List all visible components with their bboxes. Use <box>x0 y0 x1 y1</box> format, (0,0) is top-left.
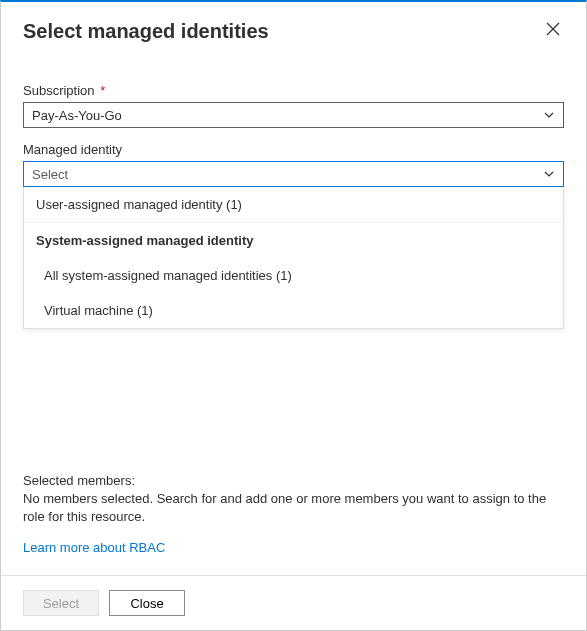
chevron-down-icon <box>543 168 555 180</box>
managed-identity-label: Managed identity <box>23 142 564 157</box>
panel-footer: Select Close <box>1 575 586 630</box>
dropdown-header-system: System-assigned managed identity <box>24 223 563 258</box>
select-button: Select <box>23 590 99 616</box>
chevron-down-icon <box>543 109 555 121</box>
close-icon[interactable] <box>542 20 564 41</box>
close-button[interactable]: Close <box>109 590 185 616</box>
learn-more-link[interactable]: Learn more about RBAC <box>23 540 165 555</box>
dropdown-item-all-system[interactable]: All system-assigned managed identities (… <box>24 258 563 293</box>
subscription-select[interactable]: Pay-As-You-Go <box>23 102 564 128</box>
managed-identity-dropdown: User-assigned managed identity (1) Syste… <box>23 187 564 329</box>
panel-title: Select managed identities <box>23 20 269 43</box>
subscription-label-text: Subscription <box>23 83 95 98</box>
selected-members-label: Selected members: <box>23 473 564 488</box>
subscription-label: Subscription * <box>23 83 564 98</box>
managed-identity-select[interactable]: Select <box>23 161 564 187</box>
dropdown-item-user-assigned[interactable]: User-assigned managed identity (1) <box>24 187 563 223</box>
managed-identity-placeholder: Select <box>32 167 68 182</box>
dropdown-item-virtual-machine[interactable]: Virtual machine (1) <box>24 293 563 328</box>
subscription-value: Pay-As-You-Go <box>32 108 122 123</box>
required-marker: * <box>100 83 105 98</box>
selected-members-empty: No members selected. Search for and add … <box>23 490 564 526</box>
